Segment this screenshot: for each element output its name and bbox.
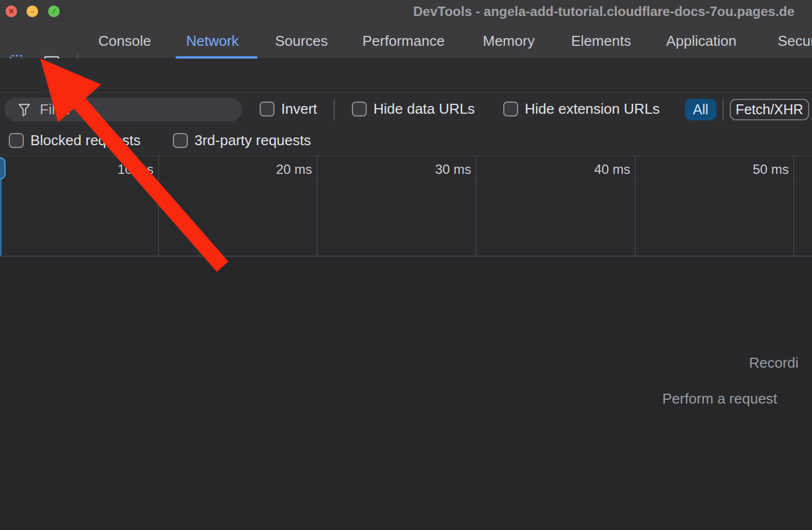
divider (723, 99, 724, 120)
devtools-window: { "window": { "title": "DevTools - angel… (0, 0, 812, 530)
checkbox-box (352, 102, 367, 116)
hide-data-urls-label: Hide data URLs (373, 102, 475, 116)
invert-filter-checkbox[interactable]: Invert (260, 102, 317, 116)
overview-drag-handle[interactable] (0, 157, 6, 179)
zoom-window-button[interactable]: ⁄ (48, 6, 60, 17)
tab-security[interactable]: Security (778, 23, 812, 59)
tab-memory[interactable]: Memory (483, 23, 535, 59)
filter-funnel-outline-icon (18, 103, 31, 117)
timeline-tick-50ms: 50 ms (753, 162, 789, 177)
tab-elements[interactable]: Elements (571, 23, 631, 59)
tab-console[interactable]: Console (98, 23, 151, 59)
overview-label-separator (0, 182, 812, 183)
minimize-window-button[interactable]: – (27, 6, 38, 17)
minimize-icon: – (30, 8, 34, 15)
grid-line (317, 156, 318, 256)
filter-text-field[interactable] (4, 98, 242, 121)
tab-performance[interactable]: Performance (362, 23, 445, 59)
third-party-requests-checkbox[interactable]: 3rd-party requests (173, 133, 311, 148)
network-overview-timeline[interactable]: 10 ms 20 ms 30 ms 40 ms 50 ms (0, 156, 812, 257)
network-filter-bar: Invert Hide data URLs Hide extension URL… (0, 93, 812, 126)
fullscreen-icon: ⁄ (53, 8, 54, 15)
network-requests-panel: Recordi Perform a request (0, 257, 812, 530)
timeline-tick-20ms: 20 ms (276, 162, 312, 177)
blocked-requests-label: Blocked requests (30, 133, 140, 148)
blocked-requests-checkbox[interactable]: Blocked requests (9, 133, 140, 148)
tab-application[interactable]: Application (666, 23, 736, 59)
grid-line (158, 156, 159, 256)
grid-line (793, 156, 794, 256)
hide-extension-urls-checkbox[interactable]: Hide extension URLs (503, 102, 660, 116)
hide-data-urls-checkbox[interactable]: Hide data URLs (352, 102, 475, 116)
devtools-tab-bar: Console Network Sources Performance Memo… (0, 23, 812, 59)
network-toolbar: Preserve log Disable cache No throttling (0, 59, 812, 93)
checkbox-box (9, 133, 24, 148)
checkbox-box (173, 133, 188, 148)
perform-request-hint-text: Perform a request (662, 390, 777, 407)
timeline-tick-40ms: 40 ms (594, 162, 630, 177)
invert-label: Invert (281, 102, 317, 116)
filter-input[interactable] (39, 100, 223, 119)
request-type-chip-all[interactable]: All (685, 99, 716, 120)
title-bar: ✕ – ⁄ DevTools - angela-add-tutorial.clo… (0, 0, 812, 23)
hide-extension-urls-label: Hide extension URLs (525, 102, 660, 116)
request-type-chip-fetch-xhr[interactable]: Fetch/XHR (730, 99, 809, 120)
tab-network[interactable]: Network (186, 23, 239, 59)
checkbox-box (260, 102, 275, 116)
grid-line (476, 156, 477, 256)
close-icon: ✕ (8, 8, 14, 15)
third-party-requests-label: 3rd-party requests (194, 133, 311, 148)
window-title: DevTools - angela-add-tutorial.cloudflar… (413, 0, 794, 23)
close-window-button[interactable]: ✕ (6, 6, 17, 17)
divider (334, 99, 335, 120)
timeline-tick-10ms: 10 ms (118, 162, 154, 177)
recording-status-text: Recordi (749, 354, 799, 372)
checkbox-box (503, 102, 518, 116)
tab-sources[interactable]: Sources (275, 23, 328, 59)
timeline-tick-30ms: 30 ms (435, 162, 471, 177)
network-filter-bar-row2: Blocked requests 3rd-party requests (0, 126, 812, 156)
grid-line (635, 156, 636, 256)
